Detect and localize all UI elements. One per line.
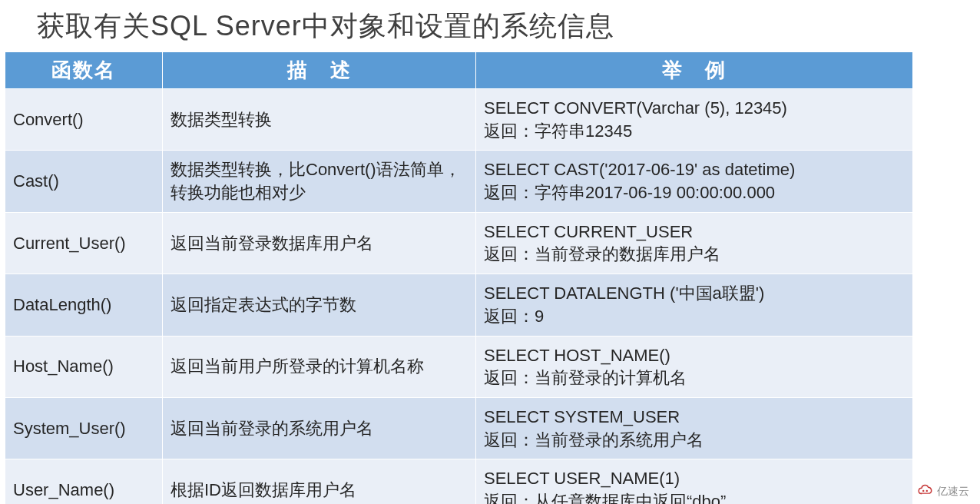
table-row: User_Name() 根据ID返回数据库用户名 SELECT USER_NAM… (5, 459, 913, 504)
cell-function: DataLength() (5, 274, 163, 336)
functions-table: 函数名 描 述 举 例 Convert() 数据类型转换 SELECT CONV… (5, 51, 913, 504)
cell-function: Convert() (5, 89, 163, 151)
table-row: System_User() 返回当前登录的系统用户名 SELECT SYSTEM… (5, 397, 913, 459)
cell-example: SELECT CONVERT(Varchar (5), 12345) 返回：字符… (476, 89, 913, 151)
cell-example: SELECT HOST_NAME() 返回：当前登录的计算机名 (476, 336, 913, 397)
cell-function: User_Name() (5, 459, 163, 504)
cell-function: Cast() (5, 151, 163, 212)
cell-function: Host_Name() (5, 336, 163, 397)
cell-function: System_User() (5, 397, 163, 459)
cell-example: SELECT SYSTEM_USER 返回：当前登录的系统用户名 (476, 397, 913, 459)
cell-description: 返回当前登录数据库用户名 (163, 212, 476, 274)
svg-point-1 (926, 490, 928, 492)
cloud-icon (917, 483, 934, 499)
svg-point-0 (922, 490, 924, 492)
page-title: 获取有关SQL Server中对象和设置的系统信息 (0, 0, 980, 51)
cell-example: SELECT CURRENT_USER 返回：当前登录的数据库用户名 (476, 212, 913, 274)
brand-logo: 亿速云 (917, 483, 969, 499)
cell-description: 数据类型转换，比Convert()语法简单，转换功能也相对少 (163, 151, 476, 212)
col-header-function: 函数名 (5, 52, 163, 89)
cell-example: SELECT USER_NAME(1) 返回：从任意数据库中返回“dbo” (476, 459, 913, 504)
table-row: DataLength() 返回指定表达式的字节数 SELECT DATALENG… (5, 274, 913, 336)
cell-function: Current_User() (5, 212, 163, 274)
col-header-description: 描 述 (163, 52, 476, 89)
cell-description: 根据ID返回数据库用户名 (163, 459, 476, 504)
brand-text: 亿速云 (937, 485, 969, 499)
table-row: Host_Name() 返回当前用户所登录的计算机名称 SELECT HOST_… (5, 336, 913, 397)
cell-description: 返回指定表达式的字节数 (163, 274, 476, 336)
table-row: Cast() 数据类型转换，比Convert()语法简单，转换功能也相对少 SE… (5, 151, 913, 212)
cell-description: 返回当前登录的系统用户名 (163, 397, 476, 459)
cell-example: SELECT DATALENGTH ('中国a联盟') 返回：9 (476, 274, 913, 336)
cell-example: SELECT CAST('2017-06-19' as datetime) 返回… (476, 151, 913, 212)
cell-description: 返回当前用户所登录的计算机名称 (163, 336, 476, 397)
table-row: Current_User() 返回当前登录数据库用户名 SELECT CURRE… (5, 212, 913, 274)
col-header-example: 举 例 (476, 52, 913, 89)
table-header-row: 函数名 描 述 举 例 (5, 52, 913, 89)
table-row: Convert() 数据类型转换 SELECT CONVERT(Varchar … (5, 89, 913, 151)
cell-description: 数据类型转换 (163, 89, 476, 151)
